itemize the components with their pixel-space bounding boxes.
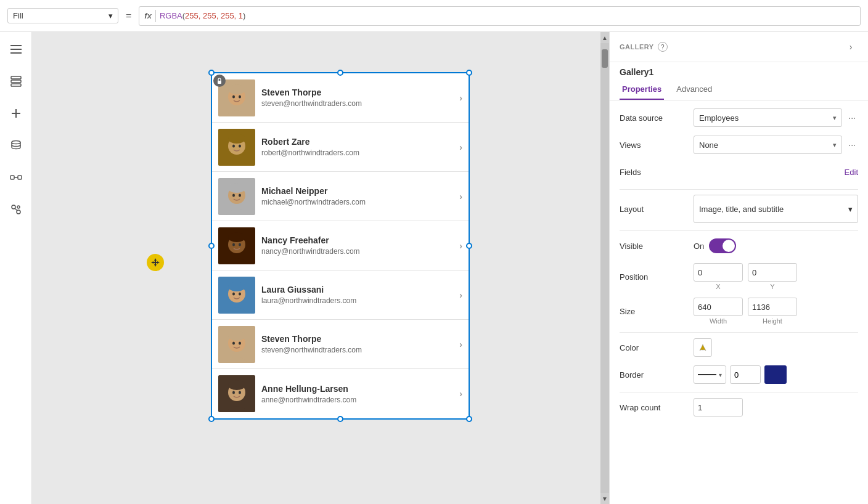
fill-label: Fill bbox=[13, 11, 23, 20]
svg-point-26 bbox=[239, 144, 241, 147]
border-color-swatch[interactable] bbox=[764, 365, 787, 384]
panel-title-row: GALLERY ? bbox=[620, 42, 668, 52]
views-row: Views None ▾ ··· bbox=[620, 135, 858, 155]
item-chevron-icon: › bbox=[459, 142, 462, 152]
fill-chevron-icon: ▾ bbox=[108, 11, 113, 20]
position-x-group: X bbox=[694, 263, 743, 290]
item-name: Nancy Freehafer bbox=[261, 235, 453, 245]
add-icon[interactable] bbox=[6, 104, 26, 123]
main-area: Steven Thorpe steven@northwindtraders.co… bbox=[0, 32, 868, 504]
border-line-preview bbox=[698, 374, 716, 375]
scroll-up-arrow[interactable]: ▲ bbox=[600, 32, 609, 43]
item-name: Robert Zare bbox=[261, 137, 453, 147]
item-chevron-icon: › bbox=[459, 290, 462, 300]
svg-point-31 bbox=[239, 193, 241, 197]
visible-state-label: On bbox=[694, 242, 704, 251]
canvas-area[interactable]: Steven Thorpe steven@northwindtraders.co… bbox=[32, 32, 609, 504]
menu-icon[interactable] bbox=[6, 39, 26, 59]
database-icon[interactable] bbox=[6, 136, 26, 155]
layout-value: Image, title, and subtitle ▾ bbox=[694, 195, 858, 223]
gallery-list: Steven Thorpe steven@northwindtraders.co… bbox=[212, 73, 469, 418]
item-info: Nancy Freehafer nancy@northwindtraders.c… bbox=[255, 235, 459, 256]
views-dropdown[interactable]: None ▾ bbox=[694, 136, 842, 154]
views-value: None ▾ ··· bbox=[694, 136, 858, 154]
gallery-item[interactable]: Laura Giussani laura@northwindtraders.co… bbox=[212, 270, 469, 320]
layers-icon[interactable] bbox=[6, 71, 26, 91]
svg-point-39 bbox=[228, 282, 245, 291]
tab-advanced[interactable]: Advanced bbox=[674, 79, 714, 100]
gallery-item[interactable]: Michael Neipper michael@northwindtraders… bbox=[212, 172, 469, 221]
size-height-label: Height bbox=[763, 317, 782, 325]
position-y-group: Y bbox=[748, 263, 797, 290]
layout-label: Layout bbox=[620, 205, 694, 214]
visible-row: Visible On bbox=[620, 236, 858, 256]
svg-rect-9 bbox=[10, 176, 14, 179]
size-height-input[interactable] bbox=[748, 298, 797, 316]
layout-dropdown[interactable]: Image, title, and subtitle ▾ bbox=[694, 195, 858, 223]
canvas-scrollbar[interactable]: ▲ ▼ bbox=[600, 32, 609, 504]
gallery-item[interactable]: Anne Hellung-Larsen anne@northwindtrader… bbox=[212, 369, 469, 418]
position-x-input[interactable] bbox=[694, 263, 743, 282]
svg-point-47 bbox=[224, 406, 249, 412]
item-name: Steven Thorpe bbox=[261, 87, 453, 97]
scroll-down-arrow[interactable]: ▼ bbox=[600, 493, 609, 504]
tab-properties[interactable]: Properties bbox=[620, 79, 664, 100]
scroll-thumb[interactable] bbox=[602, 49, 608, 68]
item-info: Robert Zare robert@northwindtraders.com bbox=[255, 137, 459, 157]
item-avatar bbox=[218, 326, 255, 363]
toolbar: Fill ▾ = fx RGBA(255, 255, 255, 1) bbox=[0, 0, 868, 32]
gallery-item[interactable]: Steven Thorpe steven@northwindtraders.co… bbox=[212, 320, 469, 369]
item-chevron-icon: › bbox=[459, 192, 462, 201]
help-icon[interactable]: ? bbox=[658, 42, 668, 52]
svg-point-19 bbox=[228, 84, 245, 94]
visible-toggle[interactable] bbox=[709, 238, 736, 253]
connector-icon[interactable] bbox=[6, 168, 26, 187]
layout-text: Image, title, and subtitle bbox=[699, 205, 784, 214]
svg-point-36 bbox=[239, 243, 241, 246]
toggle-thumb bbox=[723, 240, 735, 252]
item-avatar bbox=[218, 227, 255, 264]
data-source-row: Data source Employees ▾ ··· bbox=[620, 108, 858, 128]
svg-point-49 bbox=[228, 380, 245, 390]
position-x-label: X bbox=[716, 283, 720, 290]
item-email: anne@northwindtraders.com bbox=[261, 396, 453, 404]
scroll-track[interactable] bbox=[600, 43, 609, 493]
border-width-input[interactable] bbox=[730, 365, 761, 384]
svg-rect-1 bbox=[10, 49, 22, 50]
size-width-group: Width bbox=[694, 298, 743, 325]
color-label: Color bbox=[620, 343, 694, 352]
divider-2 bbox=[620, 230, 858, 231]
gallery-item[interactable]: Nancy Freehafer nancy@northwindtraders.c… bbox=[212, 221, 469, 270]
size-width-input[interactable] bbox=[694, 298, 743, 316]
gallery-item[interactable]: Steven Thorpe steven@northwindtraders.co… bbox=[212, 73, 469, 123]
gallery-item[interactable]: Robert Zare robert@northwindtraders.com … bbox=[212, 123, 469, 172]
data-source-value: Employees ▾ ··· bbox=[694, 108, 858, 127]
svg-rect-2 bbox=[10, 52, 22, 54]
size-value: Width Height bbox=[694, 298, 858, 325]
data-source-dropdown[interactable]: Employees ▾ bbox=[694, 108, 842, 127]
position-y-input[interactable] bbox=[748, 263, 797, 282]
visible-label: Visible bbox=[620, 242, 694, 251]
formula-icon: fx bbox=[144, 11, 152, 20]
fill-dropdown[interactable]: Fill ▾ bbox=[7, 8, 118, 23]
position-value: X Y bbox=[694, 263, 858, 290]
fields-edit-link[interactable]: Edit bbox=[845, 168, 858, 177]
item-info: Michael Neipper michael@northwindtraders… bbox=[255, 186, 459, 206]
views-more-icon[interactable]: ··· bbox=[846, 140, 858, 150]
item-email: steven@northwindtraders.com bbox=[261, 346, 453, 354]
item-avatar bbox=[218, 129, 255, 166]
border-style-dropdown[interactable]: ▾ bbox=[694, 365, 726, 384]
wrap-count-input[interactable] bbox=[694, 398, 743, 417]
panel-expand-button[interactable]: › bbox=[843, 39, 858, 54]
svg-rect-4 bbox=[11, 80, 21, 83]
svg-point-29 bbox=[228, 183, 245, 193]
gallery-instance-name: Gallery1 bbox=[610, 62, 868, 79]
color-swatch[interactable] bbox=[694, 338, 712, 357]
data-source-more-icon[interactable]: ··· bbox=[846, 113, 858, 123]
position-label: Position bbox=[620, 272, 694, 282]
formula-bar[interactable]: fx RGBA(255, 255, 255, 1) bbox=[139, 6, 861, 26]
size-label: Size bbox=[620, 307, 694, 316]
layout-chevron-icon: ▾ bbox=[848, 205, 853, 214]
layout-row: Layout Image, title, and subtitle ▾ bbox=[620, 195, 858, 223]
tools-icon[interactable] bbox=[6, 200, 26, 219]
